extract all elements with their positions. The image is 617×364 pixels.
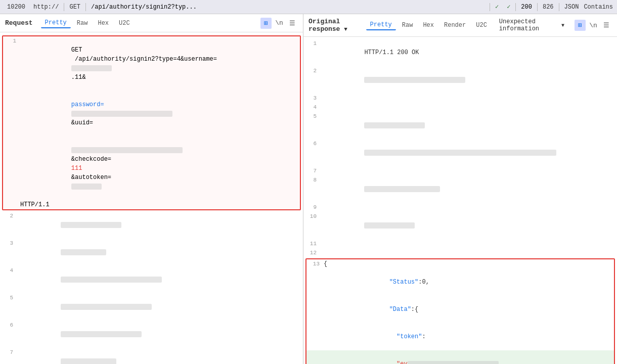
check1: ✓ <box>492 3 502 11</box>
menu-icon[interactable]: ☰ <box>287 18 298 29</box>
json-ey-line: "ey <box>306 350 614 364</box>
response-title-arrow[interactable]: ▼ <box>344 26 347 32</box>
get-method: GET <box>71 47 93 54</box>
divider4 <box>515 3 516 11</box>
rln6: 6 <box>305 139 321 148</box>
r8c <box>321 175 615 203</box>
host: http:// <box>30 4 62 11</box>
uuid-label: &uuid= <box>71 119 93 126</box>
r5c <box>321 112 615 139</box>
request-line-http: HTTP/1.1 <box>3 200 300 209</box>
ln3: 3 <box>2 239 17 248</box>
response-newline-icon[interactable]: \n <box>588 20 599 31</box>
wrap-icon[interactable]: ⊞ <box>260 18 272 29</box>
response-size: 826 <box>540 4 557 11</box>
response-line-2: 2 <box>303 66 617 94</box>
rln10: 10 <box>305 212 321 221</box>
tab-request-hex[interactable]: Hex <box>94 19 113 28</box>
rln4: 4 <box>305 103 321 112</box>
l3c <box>17 239 301 266</box>
r10-blur <box>364 222 415 229</box>
request-content[interactable]: 1 GET /api/authority/signin2?type=4&user… <box>0 32 303 364</box>
r2c <box>321 66 615 94</box>
unexpected-information-button[interactable]: Unexpected information <box>496 17 555 33</box>
response-code: 1 HTTP/1.1 200 OK 2 3 4 <box>303 39 617 364</box>
tab-response-render[interactable]: Render <box>440 21 470 30</box>
response-tab-group: Pretty Raw Hex Render U2C <box>366 20 491 30</box>
request-title: Request <box>5 19 33 27</box>
request-line-checkcode: &checkcode= 111 &autotoken= <box>3 136 300 200</box>
tab-request-u2c[interactable]: U2C <box>115 19 134 28</box>
l6c <box>17 321 301 348</box>
request-line-1-content: GET /api/authority/signin2?type=4&userna… <box>20 36 298 91</box>
json-status-line: "Status":0, <box>306 268 614 296</box>
json-open-brace: { <box>324 259 612 268</box>
ln4: 4 <box>2 266 17 275</box>
json-token-line: "token": <box>306 323 614 350</box>
response-line-11: 11 <box>303 239 617 248</box>
request-http-content: HTTP/1.1 <box>20 200 298 209</box>
rln13: 13 <box>308 259 324 268</box>
tab-response-raw[interactable]: Raw <box>398 21 417 30</box>
request-line-4: 4 <box>0 266 303 293</box>
tab-response-u2c[interactable]: U2C <box>472 21 491 30</box>
response-panel-header: Original response ▼ Pretty Raw Hex Rende… <box>303 14 617 37</box>
tab-request-pretty[interactable]: Pretty <box>41 18 71 28</box>
r6-blur <box>364 150 556 156</box>
rln5: 5 <box>305 112 321 121</box>
r2-blur <box>364 77 465 83</box>
response-line-5: 5 <box>303 112 617 139</box>
response-line-4: 4 <box>303 103 617 112</box>
divider6 <box>559 3 559 11</box>
rln7: 7 <box>305 166 321 175</box>
json-token-content: "token": <box>324 323 612 350</box>
r5-blur <box>364 122 425 128</box>
unexpected-info-dropdown-arrow[interactable]: ▼ <box>561 23 564 28</box>
ln5: 5 <box>2 293 17 302</box>
suffix-11: .11& <box>71 74 86 81</box>
json-key-data: "Data" <box>389 306 411 313</box>
password-blur <box>71 111 172 117</box>
tab-response-pretty[interactable]: Pretty <box>366 20 396 30</box>
rln8: 8 <box>305 175 321 185</box>
request-line-2: 2 <box>0 211 303 239</box>
uuid-blur <box>71 147 183 153</box>
rln1: 1 <box>305 39 321 48</box>
response-line-10: 10 <box>303 212 617 239</box>
request-code: 1 GET /api/authority/signin2?type=4&user… <box>0 35 303 364</box>
request-line-7: 7 <box>0 348 303 364</box>
rln9: 9 <box>305 203 321 212</box>
tab-request-raw[interactable]: Raw <box>73 19 92 28</box>
l2c <box>17 211 301 239</box>
port: 10200 <box>4 4 28 11</box>
response-wrap-icon[interactable]: ⊞ <box>575 20 586 31</box>
response-line-7: 7 <box>303 166 617 175</box>
json-ey: "ey <box>396 360 408 364</box>
blur-l3 <box>61 249 106 255</box>
check2: ✓ <box>504 3 513 11</box>
request-line-password: password= &uuid= <box>3 91 300 136</box>
request-highlight-box: 1 GET /api/authority/signin2?type=4&user… <box>2 35 301 210</box>
method: GET <box>66 4 83 11</box>
request-panel-header: Request Pretty Raw Hex U2C ⊞ \n ☰ <box>0 14 303 32</box>
response-content[interactable]: 1 HTTP/1.1 200 OK 2 3 4 <box>303 37 617 364</box>
response-line-6: 6 <box>303 139 617 166</box>
top-bar: 10200 http:// GET /api/authority/signin2… <box>0 0 617 14</box>
newline-icon[interactable]: \n <box>274 18 285 29</box>
response-line-12: 12 <box>303 248 617 257</box>
rln11: 11 <box>305 239 321 248</box>
request-panel-icons: ⊞ \n ☰ <box>260 18 298 29</box>
response-panel: Original response ▼ Pretty Raw Hex Rende… <box>303 14 617 364</box>
request-panel: Request Pretty Raw Hex U2C ⊞ \n ☰ 1 <box>0 14 303 364</box>
response-line-9: 9 <box>303 203 617 212</box>
response-panel-icons: ⊞ \n ☰ <box>575 20 612 31</box>
json-status-content: "Status":0, <box>324 268 612 296</box>
response-line-3: 3 <box>303 94 617 103</box>
tab-response-hex[interactable]: Hex <box>419 21 438 30</box>
blur-l5 <box>61 304 152 310</box>
divider5 <box>537 3 538 11</box>
response-menu-icon[interactable]: ☰ <box>601 20 612 31</box>
request-line-1: 1 GET /api/authority/signin2?type=4&user… <box>3 36 300 91</box>
autotoken-blur <box>71 184 102 190</box>
json-data-line: "Data":{ <box>306 296 614 323</box>
